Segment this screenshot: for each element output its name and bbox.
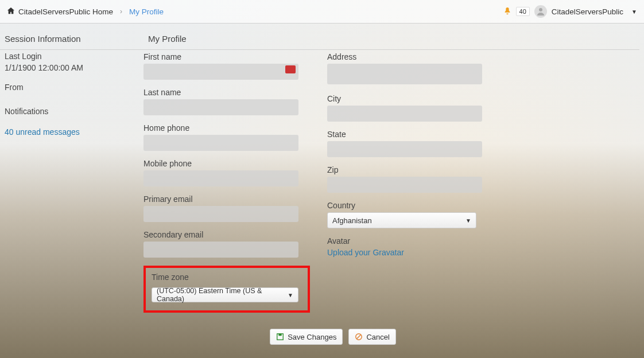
avatar-label: Avatar [327,234,482,248]
avatar[interactable] [534,5,547,18]
cancel-icon [355,333,363,341]
cancel-button[interactable]: Cancel [348,329,395,345]
first-name-label: First name [143,50,298,64]
chevron-down-icon: ▼ [288,292,293,298]
mobile-phone-field[interactable] [143,170,298,186]
svg-line-4 [357,335,361,339]
timezone-highlight: Time zone (UTC-05:00) Eastern Time (US &… [143,266,310,313]
address-label: Address [327,50,482,64]
save-button[interactable]: Save Changes [270,329,343,345]
first-name-field[interactable] [143,64,298,80]
notifications-title: Notifications [5,104,139,118]
home-icon [7,7,15,17]
last-name-label: Last name [143,85,298,99]
session-info-title: Session Information [5,30,139,49]
user-menu-caret[interactable]: ▼ [631,9,637,15]
mobile-phone-label: Mobile phone [143,157,298,170]
breadcrumb-home[interactable]: CitadelServersPublic Home [18,7,113,16]
home-phone-field[interactable] [143,135,298,151]
city-field[interactable] [327,106,482,122]
home-phone-label: Home phone [143,121,298,135]
top-bar: CitadelServersPublic Home › My Profile 4… [0,0,644,23]
last-name-field[interactable] [143,99,298,115]
svg-rect-2 [279,334,282,336]
bell-icon[interactable] [503,7,511,17]
save-icon [276,333,284,341]
svg-point-0 [539,8,542,11]
country-label: Country [327,199,482,212]
from-value [5,94,139,102]
chevron-down-icon: ▼ [465,217,471,224]
sidebar: Session Information Last Login 1/1/1900 … [0,24,143,345]
zip-label: Zip [327,163,482,177]
secondary-email-field[interactable] [143,242,298,258]
timezone-label: Time zone [152,273,302,284]
content: My Profile First name Last name Home pho… [143,24,644,345]
from-label: From [5,80,139,94]
zip-field[interactable] [327,177,482,193]
chevron-right-icon: › [120,7,122,15]
page-title: My Profile [143,30,639,49]
username-label[interactable]: CitadelServersPublic [552,7,623,16]
city-label: City [327,92,482,106]
primary-email-field[interactable] [143,206,298,222]
last-login-label: Last Login [5,49,139,63]
gravatar-link[interactable]: Upload your Gravatar [327,248,404,257]
country-value: Afghanistan [332,216,372,225]
form-left-column: First name Last name Home phone Mobile p… [143,50,298,313]
unread-messages-link[interactable]: 40 unread messages [5,125,80,139]
timezone-value: (UTC-05:00) Eastern Time (US & Canada) [157,287,288,303]
notification-count[interactable]: 40 [516,7,530,16]
breadcrumb-current: My Profile [129,7,164,16]
state-label: State [327,127,482,141]
state-field[interactable] [327,141,482,157]
address-field[interactable] [327,64,482,84]
secondary-email-label: Secondary email [143,228,298,242]
country-select[interactable]: Afghanistan ▼ [327,212,476,228]
password-manager-icon[interactable] [285,65,296,73]
last-login-value: 1/1/1900 12:00:00 AM [5,63,139,80]
timezone-select[interactable]: (UTC-05:00) Eastern Time (US & Canada) ▼ [152,287,298,302]
form-right-column: Address City State Zip Country [327,50,482,313]
primary-email-label: Primary email [143,192,298,206]
